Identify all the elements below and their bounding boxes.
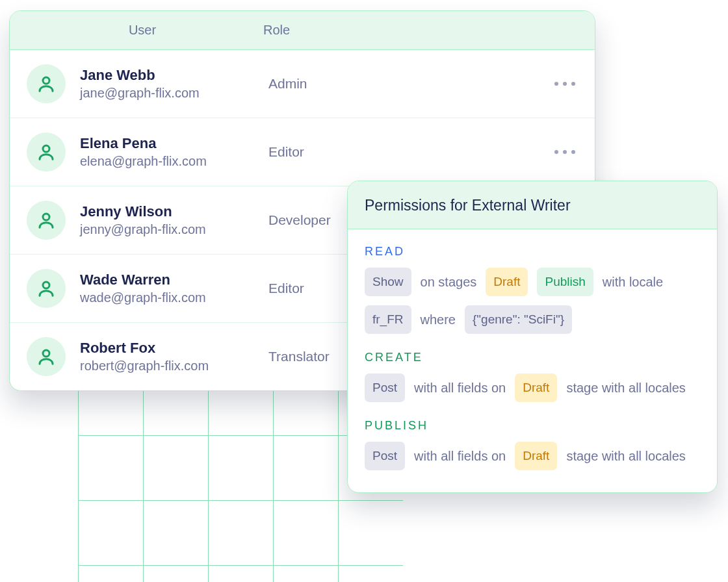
user-email: jane@graph-flix.com	[80, 86, 200, 101]
rule-chip: fr_FR	[365, 305, 411, 334]
permission-label: PUBLISH	[365, 419, 703, 433]
svg-point-1	[43, 146, 49, 152]
rule-text: stage with all locales	[566, 444, 685, 468]
permission-rule: Showon stagesDraftPublishwith localefr_F…	[365, 268, 703, 334]
rule-chip: Draft	[486, 268, 528, 296]
rule-chip: Post	[365, 373, 405, 402]
permission-section: CREATEPostwith all fields onDraftstage w…	[365, 351, 703, 402]
rule-chip: Publish	[537, 268, 593, 296]
rule-chip: {"genre": "SciFi"}	[465, 305, 572, 334]
user-name: Jenny Wilson	[80, 203, 206, 220]
user-name: Wade Warren	[80, 272, 206, 288]
svg-point-0	[43, 77, 49, 84]
more-menu-button[interactable]	[551, 146, 579, 158]
users-table-header: User Role	[10, 11, 595, 50]
rule-text: on stages	[421, 270, 477, 294]
permission-label: CREATE	[365, 351, 703, 364]
column-header-role: Role	[263, 23, 380, 38]
user-email: jenny@graph-flix.com	[80, 222, 206, 237]
table-row: Jane Webbjane@graph-flix.comAdmin	[10, 50, 595, 118]
svg-point-4	[43, 350, 49, 357]
svg-point-2	[43, 214, 49, 220]
permission-section: READShowon stagesDraftPublishwith locale…	[365, 245, 703, 334]
user-name: Jane Webb	[80, 67, 200, 84]
user-icon	[27, 337, 66, 376]
table-row: Elena Penaelena@graph-flix.comEditor	[10, 118, 595, 186]
rule-chip: Show	[365, 268, 411, 296]
rule-chip: Draft	[515, 373, 557, 402]
user-name: Robert Fox	[80, 340, 209, 357]
user-email: robert@graph-flix.com	[80, 359, 209, 373]
column-header-user: User	[21, 23, 263, 38]
user-icon	[27, 269, 66, 308]
rule-chip: Draft	[515, 442, 557, 470]
permissions-title: Permissions for External Writer	[348, 181, 717, 229]
rule-chip: Post	[365, 442, 405, 470]
user-email: wade@graph-flix.com	[80, 290, 206, 305]
permission-rule: Postwith all fields onDraftstage with al…	[365, 373, 703, 402]
rule-text: with all fields on	[414, 444, 506, 468]
permission-rule: Postwith all fields onDraftstage with al…	[365, 442, 703, 470]
rule-text: stage with all locales	[566, 375, 685, 400]
permissions-card: Permissions for External Writer READShow…	[347, 181, 718, 493]
user-role: Admin	[268, 76, 411, 92]
user-name: Elena Pena	[80, 135, 207, 152]
permission-label: READ	[365, 245, 703, 259]
rule-text: with locale	[603, 270, 663, 294]
user-role: Editor	[268, 144, 411, 160]
user-icon	[27, 133, 66, 171]
user-icon	[27, 201, 66, 240]
svg-point-3	[43, 282, 49, 288]
more-menu-button[interactable]	[551, 78, 579, 90]
rule-text: where	[421, 307, 456, 332]
user-email: elena@graph-flix.com	[80, 154, 207, 169]
rule-text: with all fields on	[414, 375, 506, 400]
user-icon	[27, 64, 66, 103]
permission-section: PUBLISHPostwith all fields onDraftstage …	[365, 419, 703, 470]
